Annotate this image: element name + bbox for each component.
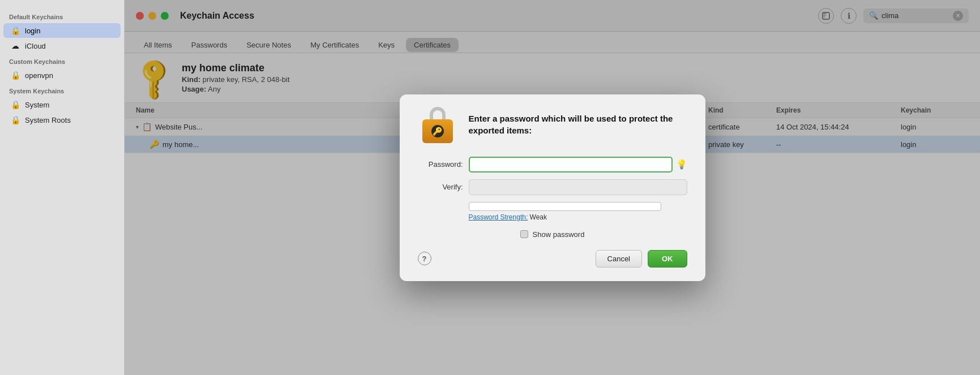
password-dialog: 🔑 Enter a password which will be used to… xyxy=(400,94,705,281)
show-password-label[interactable]: Show password xyxy=(533,230,585,239)
password-hint-icon[interactable]: 💡 xyxy=(676,159,687,170)
sidebar-item-openvpn[interactable]: 🔒 openvpn xyxy=(3,68,121,83)
strength-bar-container xyxy=(469,202,661,211)
main-content: Keychain Access ℹ 🔍 ✕ All Items Password… xyxy=(125,0,980,375)
lock-icon: 🔒 xyxy=(10,26,20,35)
dialog-lock-icon: 🔑 xyxy=(418,110,457,143)
lock-keyhole: 🔑 xyxy=(431,125,444,137)
custom-keychains-section: Custom Keychains xyxy=(0,54,124,67)
dialog-overlay: 🔑 Enter a password which will be used to… xyxy=(125,0,980,375)
lock-shackle xyxy=(430,107,446,119)
password-row: Password: 💡 xyxy=(418,157,687,173)
strength-label: Password Strength: Weak xyxy=(469,213,687,221)
dialog-title: Enter a password which will be used to p… xyxy=(469,110,687,136)
ok-button[interactable]: OK xyxy=(648,250,687,268)
sidebar-item-icloud[interactable]: ☁ iCloud xyxy=(3,38,121,53)
help-button[interactable]: ? xyxy=(418,252,431,265)
sidebar-item-label: System Roots xyxy=(25,116,71,124)
password-label: Password: xyxy=(418,160,463,169)
dialog-buttons: ? Cancel OK xyxy=(418,250,687,268)
sidebar-item-label: System xyxy=(25,101,49,109)
default-keychains-section: Default Keychains xyxy=(0,9,124,23)
show-password-row: Show password xyxy=(418,230,687,239)
verify-row: Verify: xyxy=(418,179,687,195)
button-group: Cancel OK xyxy=(596,250,687,268)
sidebar-item-system-roots[interactable]: 🔒 System Roots xyxy=(3,113,121,127)
verify-input[interactable] xyxy=(469,179,687,195)
verify-input-wrap xyxy=(469,179,687,195)
lock-icon: 🔒 xyxy=(10,115,20,124)
password-input-wrap: 💡 xyxy=(469,157,687,173)
sidebar-item-login[interactable]: 🔒 login xyxy=(3,23,121,38)
cloud-icon: ☁ xyxy=(10,41,20,50)
sidebar-item-label: login xyxy=(25,27,40,35)
cancel-button[interactable]: Cancel xyxy=(596,250,642,268)
dialog-header: 🔑 Enter a password which will be used to… xyxy=(418,110,687,143)
sidebar-item-label: iCloud xyxy=(25,42,46,50)
sidebar-item-label: openvpn xyxy=(25,71,53,80)
strength-value: Weak xyxy=(530,213,547,221)
password-input[interactable] xyxy=(469,157,673,173)
lock-icon: 🔒 xyxy=(10,100,20,109)
system-keychains-section: System Keychains xyxy=(0,83,124,97)
lock-icon: 🔒 xyxy=(10,71,20,80)
sidebar-item-system[interactable]: 🔒 System xyxy=(3,97,121,112)
sidebar: Default Keychains 🔒 login ☁ iCloud Custo… xyxy=(0,0,125,375)
verify-label: Verify: xyxy=(418,183,463,191)
strength-link[interactable]: Password Strength: xyxy=(469,213,528,221)
show-password-checkbox[interactable] xyxy=(520,230,528,238)
strength-section: Password Strength: Weak xyxy=(469,202,687,221)
